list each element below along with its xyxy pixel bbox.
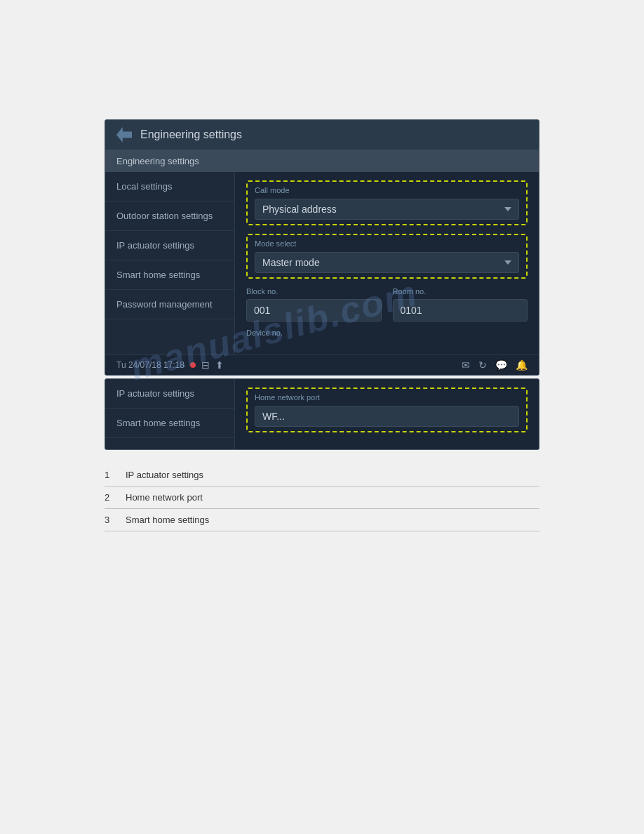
- table-row-text-2: Home network port: [126, 492, 539, 503]
- call-mode-dropdown[interactable]: Physical address: [255, 199, 519, 220]
- chat-icon[interactable]: 💬: [495, 359, 507, 371]
- mode-select-box: Mode select Master mode: [246, 234, 528, 279]
- engineering-settings-panel: Engineering settings Engineering setting…: [105, 119, 539, 376]
- room-no-field: Room no. 0101: [393, 287, 528, 322]
- table-row: 2 Home network port: [105, 486, 539, 509]
- room-no-label: Room no.: [393, 287, 528, 296]
- table-row: 1 IP actuator settings: [105, 464, 539, 486]
- status-left: Tu 24/07/18 17:18 ⊟ ⬆: [116, 359, 224, 371]
- table-row-num-3: 3: [105, 515, 126, 525]
- table-row-text-3: Smart home settings: [126, 515, 539, 525]
- block-no-label: Block no.: [246, 287, 382, 296]
- call-mode-value: Physical address: [262, 204, 337, 215]
- back-arrow-icon[interactable]: [116, 127, 132, 143]
- room-no-input[interactable]: 0101: [393, 299, 528, 322]
- table-row: 3 Smart home settings: [105, 509, 539, 531]
- sidebar: Local settings Outdoor station settings …: [105, 172, 235, 355]
- title-bar: Engineering settings: [105, 120, 539, 150]
- sidebar-item-local-settings[interactable]: Local settings: [105, 172, 234, 201]
- sidebar-item-smart-home[interactable]: Smart home settings: [105, 260, 234, 290]
- bottom-sidebar-ip-actuator[interactable]: IP actuator settings: [105, 379, 234, 409]
- mode-select-chevron-icon: [504, 260, 511, 265]
- sidebar-item-outdoor-station[interactable]: Outdoor station settings: [105, 201, 234, 231]
- sidebar-item-password[interactable]: Password management: [105, 290, 234, 319]
- status-icons-right: ✉ ↻ 💬 🔔: [462, 359, 528, 371]
- home-network-port-label: Home network port: [255, 393, 519, 402]
- device-no-label: Device no.: [246, 329, 528, 337]
- table-row-text-1: IP actuator settings: [126, 470, 539, 480]
- bottom-panel: IP actuator settings Smart home settings…: [105, 378, 539, 450]
- content-area: Local settings Outdoor station settings …: [105, 172, 539, 355]
- right-panel: Call mode Physical address Mode select M…: [235, 172, 539, 355]
- section-header: Engineering settings: [105, 150, 539, 172]
- call-mode-chevron-icon: [504, 207, 511, 211]
- home-network-port-input[interactable]: WF...: [255, 406, 519, 427]
- home-network-port-value: WF...: [262, 411, 285, 422]
- bell-icon[interactable]: 🔔: [516, 359, 528, 371]
- block-no-input[interactable]: 001: [246, 299, 382, 322]
- mode-select-value: Master mode: [262, 257, 320, 268]
- email-icon[interactable]: ✉: [462, 359, 470, 371]
- monitor-icon: ⊟: [201, 359, 210, 371]
- recording-dot-icon: [190, 362, 196, 368]
- bottom-sidebar-smart-home[interactable]: Smart home settings: [105, 409, 234, 438]
- bottom-right-panel: Home network port WF...: [235, 379, 539, 449]
- block-no-field: Block no. 001: [246, 287, 382, 322]
- export-icon: ⬆: [215, 359, 224, 371]
- table-section: 1 IP actuator settings 2 Home network po…: [105, 464, 539, 531]
- refresh-icon[interactable]: ↻: [478, 359, 487, 371]
- status-bar: Tu 24/07/18 17:18 ⊟ ⬆ ✉ ↻ 💬 🔔: [105, 355, 539, 375]
- bottom-content: IP actuator settings Smart home settings…: [105, 379, 539, 449]
- status-datetime: Tu 24/07/18 17:18: [116, 360, 185, 370]
- address-row: Block no. 001 Room no. 0101: [246, 287, 528, 322]
- mode-select-dropdown[interactable]: Master mode: [255, 252, 519, 273]
- sidebar-item-ip-actuator[interactable]: IP actuator settings: [105, 231, 234, 260]
- home-network-port-box: Home network port WF...: [246, 388, 528, 432]
- call-mode-box: Call mode Physical address: [246, 180, 528, 225]
- panel-title: Engineering settings: [140, 128, 242, 141]
- mode-select-label: Mode select: [255, 239, 519, 248]
- call-mode-label: Call mode: [255, 186, 519, 194]
- table-row-num-1: 1: [105, 470, 126, 480]
- table-row-num-2: 2: [105, 492, 126, 503]
- bottom-sidebar: IP actuator settings Smart home settings: [105, 379, 235, 449]
